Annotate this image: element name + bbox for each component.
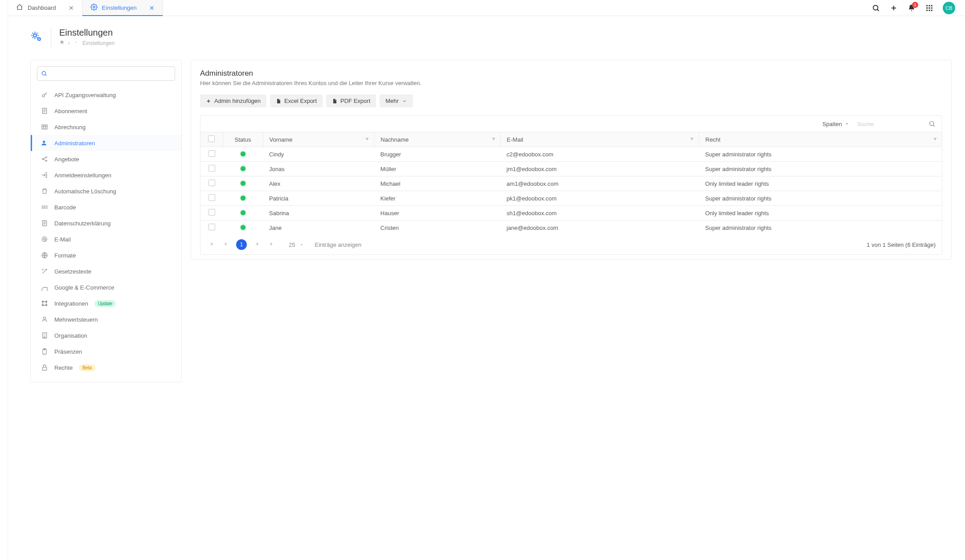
svg-rect-33: [42, 304, 44, 306]
table-row[interactable]: PatriciaKieferpk1@edoobox.comSuper admin…: [200, 191, 942, 206]
tab-einstellungen[interactable]: Einstellungen ✕: [82, 0, 163, 16]
sidebar-item-rechte[interactable]: RechteBeta: [31, 360, 181, 376]
table-row[interactable]: JonasMüllerjm1@edoobox.comSuper administ…: [200, 162, 942, 176]
sidebar-search[interactable]: [37, 66, 175, 81]
table-row[interactable]: SabrinaHausersh1@edoobox.comOnly limited…: [200, 206, 942, 221]
header-email[interactable]: E-Mail: [500, 132, 699, 147]
filter-icon[interactable]: [365, 136, 369, 143]
svg-rect-4: [931, 5, 932, 6]
cell-rights: Super administrator rights: [699, 162, 942, 176]
sidebar-item-administratoren[interactable]: Administratoren: [31, 135, 181, 151]
pager-size[interactable]: 25: [289, 241, 304, 248]
search-icon[interactable]: [871, 4, 880, 12]
bell-icon[interactable]: 1: [907, 4, 916, 12]
close-icon[interactable]: ✕: [69, 4, 74, 12]
cell-firstname: Jonas: [263, 162, 374, 176]
cell-lastname: Brugger: [374, 147, 500, 162]
login-icon: [41, 172, 48, 179]
filter-icon[interactable]: [933, 136, 937, 143]
svg-point-11: [33, 34, 37, 37]
filter-icon[interactable]: [690, 136, 694, 143]
sidebar-item-angebote[interactable]: Angebote: [31, 151, 181, 167]
cell-email: jane@edoobox.com: [500, 221, 699, 235]
row-checkbox[interactable]: [209, 194, 215, 201]
header-firstname[interactable]: Vorname: [263, 132, 374, 147]
sidebar-item-datenschutzerkl-rung[interactable]: Datenschutzerklärung: [31, 215, 181, 231]
sidebar-item-mehrwertsteuern[interactable]: Mehrwertsteuern: [31, 311, 181, 327]
doc-icon: [41, 107, 48, 114]
table-row[interactable]: JaneCristenjane@edoobox.comSuper adminis…: [200, 221, 942, 235]
table-row[interactable]: AlexMichaelam1@edoobox.comOnly limited l…: [200, 176, 942, 191]
search-input[interactable]: [37, 66, 175, 81]
cell-lastname: Hauser: [374, 206, 500, 221]
breadcrumb: › Einstellungen: [59, 40, 114, 46]
gear-icon: [30, 31, 43, 43]
search-icon: [928, 120, 936, 127]
sidebar-item-e-mail[interactable]: E-Mail: [31, 231, 181, 247]
add-admin-button[interactable]: Admin hinzufügen: [200, 94, 266, 107]
excel-export-button[interactable]: Excel Export: [270, 94, 323, 107]
row-checkbox[interactable]: [209, 165, 215, 172]
avatar[interactable]: CB: [943, 2, 955, 14]
status-dot: [241, 166, 245, 171]
tabs-bar: Dashboard ✕ Einstellungen ✕: [8, 0, 965, 16]
gear-icon: [74, 40, 79, 46]
row-checkbox[interactable]: [209, 209, 215, 216]
sidebar-item-formate[interactable]: Formate: [31, 247, 181, 263]
svg-rect-10: [931, 9, 932, 11]
table-row[interactable]: CindyBruggerc2@edoobox.comSuper administ…: [200, 147, 942, 162]
pager: 1 25 Einträge anzeigen 1 von 1 Seiten (6…: [200, 235, 942, 254]
svg-rect-31: [42, 301, 44, 302]
apps-icon[interactable]: [925, 4, 934, 12]
svg-point-13: [76, 42, 77, 43]
pager-prev[interactable]: [221, 240, 230, 249]
svg-rect-32: [45, 301, 47, 302]
more-button[interactable]: Mehr: [380, 94, 413, 107]
pager-first[interactable]: [207, 240, 215, 249]
columns-button[interactable]: Spalten: [822, 121, 849, 127]
clipboard-icon: [41, 348, 48, 355]
globe-icon: [41, 252, 48, 259]
sidebar-item-google-e-commerce[interactable]: Google & E-Commerce: [31, 279, 181, 295]
sidebar-item-gesetzestexte[interactable]: Gesetzestexte: [31, 263, 181, 279]
table-search-input[interactable]: [857, 121, 924, 127]
close-icon[interactable]: ✕: [149, 4, 155, 12]
sidebar-item-api-zugangsverwaltung[interactable]: API Zugangsverwaltung: [31, 87, 181, 103]
home-icon[interactable]: [59, 40, 65, 46]
share-icon: [41, 155, 48, 163]
header-lastname[interactable]: Nachname: [374, 132, 500, 147]
pager-next[interactable]: [253, 240, 262, 249]
select-all-checkbox[interactable]: [208, 135, 215, 142]
chevron-down-icon: [845, 122, 849, 126]
sidebar-item-abrechnung[interactable]: Abrechnung: [31, 119, 181, 135]
add-icon[interactable]: [889, 4, 898, 12]
svg-rect-9: [929, 9, 930, 11]
header-rights[interactable]: Recht: [699, 132, 942, 147]
sidebar-item-barcode[interactable]: Barcode: [31, 199, 181, 215]
sidebar-item-abonnement[interactable]: Abonnement: [31, 103, 181, 119]
sidebar-item-automatische-l-schung[interactable]: Automatische Löschung: [31, 183, 181, 199]
sidebar-item-organisation[interactable]: Organisation: [31, 327, 181, 343]
pdf-export-button[interactable]: PDF Export: [326, 94, 376, 107]
tab-dashboard[interactable]: Dashboard ✕: [8, 0, 82, 16]
sidebar-item-anmeldeeinstellungen[interactable]: Anmeldeeinstellungen: [31, 167, 181, 183]
svg-rect-6: [929, 7, 930, 8]
sidebar-item-label: Datenschutzerklärung: [54, 220, 110, 227]
filter-icon[interactable]: [491, 136, 496, 143]
status-dot: [241, 181, 245, 186]
table-search[interactable]: [857, 120, 936, 127]
chevron-down-icon: [299, 242, 304, 247]
row-checkbox[interactable]: [209, 224, 215, 230]
file-icon: [276, 98, 281, 104]
row-checkbox[interactable]: [209, 150, 215, 157]
status-dot: [241, 225, 245, 230]
header-status[interactable]: Status: [223, 132, 263, 147]
notification-badge: 1: [912, 2, 918, 8]
sidebar-item-integrationen[interactable]: IntegrationenUpdate: [31, 295, 181, 311]
sidebar-item-pr-senzen[interactable]: Präsenzen: [31, 343, 181, 360]
pager-last[interactable]: [268, 240, 276, 249]
svg-rect-7: [931, 7, 932, 8]
pager-current[interactable]: 1: [236, 239, 247, 250]
status-dot: [241, 196, 245, 200]
row-checkbox[interactable]: [209, 180, 215, 186]
